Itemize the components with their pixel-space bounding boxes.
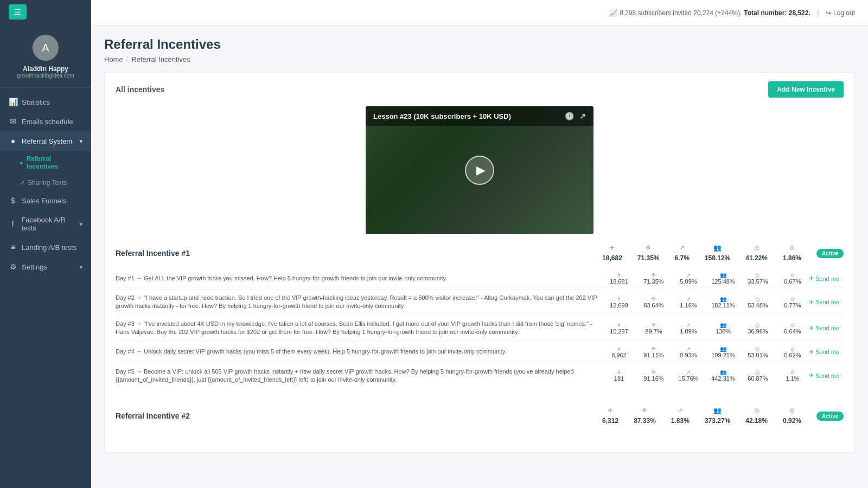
breadcrumb: Home / Referral Incentives (104, 55, 855, 63)
send-me-button-day-3[interactable]: ✈ Send me (805, 324, 844, 333)
chevron-down-icon-fb: ▾ (80, 221, 82, 227)
day-conv-val-1: 33.57% (748, 278, 768, 285)
logout-button[interactable]: ↪ Log out (826, 9, 855, 17)
click-icon-1: ↗ (675, 244, 690, 252)
referrals-val-2: 373.27% (705, 417, 730, 425)
incentive-section-2: Referral Incentive #2 ✈ 6,312 👁 87.33% ↗ (116, 401, 844, 431)
day-conv-icon-4: ◎ (746, 346, 770, 352)
day-3-conv: ◎ 36.96% (746, 322, 770, 335)
sidebar-item-sharing-texts[interactable]: ↗ Sharing Texts (0, 175, 91, 191)
video-overlay: ▶ (366, 106, 593, 234)
day-4-referrals: 👥 109.21% (711, 346, 735, 358)
sidebar-item-landing-ab[interactable]: ≡ Landing A/B tests (0, 237, 91, 257)
incentive-2-stat-click: ↗ 1.83% (671, 407, 690, 425)
day-unsub-val-1: 0.67% (784, 278, 801, 285)
day-5-stats: ✈ 181 👁 91.16% ↗ 15.76% 👥 442.31% ◎ 60.8… (607, 369, 805, 382)
chevron-down-icon-settings: ▾ (80, 264, 82, 270)
conv-icon-2: ◎ (745, 407, 768, 414)
day-unsub-icon-4: ⊖ (781, 346, 805, 352)
card-header: All incentives Add New Incentive (116, 81, 844, 98)
breadcrumb-home[interactable]: Home (104, 55, 123, 63)
sidebar-item-emails-schedule[interactable]: ✉ Emails schedule (0, 112, 91, 131)
topbar-stats: 📈 8,298 subscribers invited 20,224 (+244… (609, 9, 810, 17)
day-click-icon-1: ↗ (676, 272, 700, 278)
click-val-2: 1.83% (671, 417, 690, 425)
day-ref-val-1: 125.48% (711, 278, 735, 285)
sales-funnels-icon: $ (9, 196, 17, 205)
sidebar-item-label-sales: Sales Funnels (22, 197, 66, 205)
referrals-icon-1: 👥 (705, 244, 730, 252)
sidebar-item-referral-system[interactable]: ● Referral System ▾ (0, 131, 91, 151)
logout-label: Log out (833, 9, 855, 17)
send-me-button-day-2[interactable]: ✈ Send me (805, 298, 844, 307)
day-click-val-3: 1.09% (680, 328, 697, 335)
day-sent-val-2: 12,699 (610, 302, 628, 309)
profile-domain: growthhackingidea.com (17, 73, 74, 79)
day-sent-icon-5: ✈ (607, 369, 631, 375)
sidebar-item-facebook-ab[interactable]: f Facebook A/B tests ▾ (0, 210, 91, 237)
active-badge-2: Active (816, 412, 844, 421)
open-icon-2: 👁 (634, 407, 656, 414)
send-icon-5: ✈ (809, 372, 814, 379)
unsub-icon-1: ⊖ (783, 244, 801, 252)
profile-name: Aladdin Happy (23, 65, 68, 73)
statistics-icon: 📊 (9, 98, 17, 106)
day-3-click: ↗ 1.09% (676, 322, 700, 335)
day-click-val-5: 15.76% (678, 375, 698, 382)
incentive-2-title: Referral Incentive #2 (116, 412, 190, 420)
sidebar-item-settings[interactable]: ⚙ Settings ▾ (0, 257, 91, 277)
sidebar-item-referral-incentives[interactable]: ● Referral Incentives (0, 151, 91, 175)
main-area: 📈 8,298 subscribers invited 20,224 (+244… (91, 0, 868, 488)
video-play-button[interactable]: ▶ (465, 156, 494, 185)
incentive-2-stat-unsub: ⊖ 0.92% (783, 407, 801, 425)
day-conv-icon-3: ◎ (746, 322, 770, 328)
day-open-icon-5: 👁 (642, 369, 666, 375)
day-ref-icon-5: 👥 (711, 369, 735, 375)
incentive-2-stats-row: ✈ 6,312 👁 87.33% ↗ 1.83% 👥 (602, 407, 844, 425)
menu-toggle-button[interactable]: ☰ (9, 4, 27, 20)
incentive-1-title: Referral Incentive #1 (116, 249, 190, 258)
sidebar-item-sales-funnels[interactable]: $ Sales Funnels (0, 191, 91, 210)
send-me-button-day-1[interactable]: ✈ Send me (805, 274, 844, 283)
day-ref-val-5: 442.31% (711, 375, 735, 382)
breadcrumb-separator: / (126, 55, 129, 63)
day-3-stats: ✈ 10,297 👁 89.7% ↗ 1.09% 👥 138% ◎ 36.96%… (607, 322, 805, 335)
day-click-val-2: 1.16% (680, 302, 697, 309)
incentive-2-stat-conv: ◎ 42.18% (745, 407, 768, 425)
day-unsub-icon-1: ⊖ (781, 272, 805, 278)
incentive-1-stat-click: ↗ 6.7% (675, 244, 690, 262)
referral-system-icon: ● (9, 137, 17, 145)
day-conv-icon-1: ◎ (746, 272, 770, 278)
incentive-section-1: Referral Incentive #1 ✈ 18,682 👁 71.35% … (116, 239, 844, 388)
day-open-icon-1: 👁 (642, 272, 666, 278)
day-click-icon-3: ↗ (676, 322, 700, 328)
incentive-1-stat-open: 👁 71.35% (637, 244, 660, 262)
conv-icon-1: ◎ (745, 244, 768, 252)
day-click-val-1: 5.09% (680, 278, 697, 285)
add-new-incentive-button[interactable]: Add New Incentive (768, 81, 844, 98)
incentive-1-stat-conv: ◎ 41.22% (745, 244, 768, 262)
day-2-open: 👁 83.64% (642, 296, 666, 309)
day-2-click: ↗ 1.16% (676, 296, 700, 309)
day-conv-val-5: 60.87% (748, 375, 768, 382)
day-unsub-val-5: 1.1% (786, 375, 799, 382)
day-open-icon-2: 👁 (642, 296, 666, 302)
incentive-1-stat-sent: ✈ 18,682 (602, 244, 622, 262)
send-me-button-day-4[interactable]: ✈ Send me (805, 348, 844, 357)
emails-icon: ✉ (9, 117, 17, 126)
day-sent-icon-3: ✈ (607, 322, 631, 328)
unsub-val-1: 1.86% (783, 254, 801, 262)
conv-val-1: 41.22% (745, 254, 768, 262)
breadcrumb-current: Referral Incentives (131, 55, 190, 63)
send-icon-4: ✈ (809, 349, 814, 356)
day-5-sent: ✈ 181 (607, 369, 631, 382)
day-ref-icon-1: 👥 (711, 272, 735, 278)
day-conv-val-3: 36.96% (748, 328, 768, 335)
day-open-icon-4: 👁 (642, 346, 666, 352)
send-me-button-day-5[interactable]: ✈ Send me (805, 371, 844, 380)
page-header: Referral Incentives Home / Referral Ince… (104, 37, 855, 63)
sidebar-item-statistics[interactable]: 📊 Statistics (0, 92, 91, 112)
unsub-icon-2: ⊖ (783, 407, 801, 414)
sidebar-item-label-settings: Settings (22, 263, 47, 271)
video-thumbnail[interactable]: Lesson #23 (10K subscribers + 10K USD) 🕐… (366, 106, 593, 234)
